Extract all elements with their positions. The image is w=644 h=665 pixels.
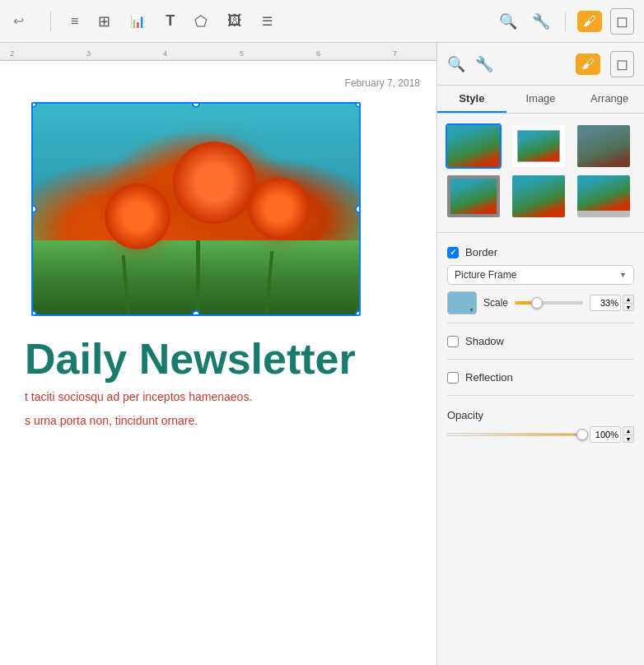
scale-row: Scale ▲ ▼ <box>447 291 634 314</box>
comment-icon[interactable]: ☰ <box>259 11 276 32</box>
panel-wrench-icon[interactable]: 🔧 <box>475 55 493 73</box>
scale-slider-container <box>515 295 583 310</box>
opacity-value-input[interactable] <box>590 426 621 443</box>
page-date: February 7, 2018 <box>25 77 420 89</box>
tab-arrange[interactable]: Arrange <box>575 86 644 113</box>
thumb-img-3 <box>577 125 630 167</box>
text-icon[interactable]: T <box>162 9 178 33</box>
thumb-img-5 <box>512 175 565 217</box>
style-thumb-6[interactable] <box>576 174 632 219</box>
thumb-img-1 <box>447 125 500 167</box>
divider-3 <box>447 359 634 360</box>
scale-slider-thumb[interactable] <box>531 297 543 309</box>
border-checkbox[interactable] <box>447 247 459 258</box>
scale-value-input[interactable] <box>590 295 621 311</box>
wrench-icon[interactable]: 🔧 <box>529 9 553 34</box>
scale-stepper-up[interactable]: ▲ <box>623 295 634 303</box>
opacity-stepper: ▲ ▼ <box>623 426 634 443</box>
opacity-slider-container <box>447 427 583 442</box>
style-thumb-2[interactable] <box>511 123 567 169</box>
panel-tabs: Style Image Arrange <box>437 86 644 114</box>
flower-1 <box>105 184 170 249</box>
border-type-value: Picture Frame <box>455 269 516 281</box>
shadow-checkbox[interactable] <box>447 336 459 347</box>
text-style-icon[interactable]: ≡ <box>68 11 82 32</box>
shadow-label: Shadow <box>465 335 504 347</box>
scale-stepper: ▲ ▼ <box>623 295 634 311</box>
tab-image[interactable]: Image <box>506 86 576 113</box>
page-content: February 7, 2018 <box>0 61 436 665</box>
undo-button[interactable]: ↩ <box>10 10 27 32</box>
panel-header-icons: 🔍 🔧 🖌 ◻ <box>437 43 644 86</box>
handle-bottom-center[interactable] <box>192 310 200 316</box>
ruler-mark-7: 7 <box>393 49 397 58</box>
canvas-area: 2 3 4 5 6 7 February 7, 2018 <box>0 43 436 665</box>
right-panel: 🔍 🔧 🖌 ◻ Style Image Arrange <box>436 43 644 665</box>
media-icon[interactable]: 🖼 <box>224 9 245 33</box>
scale-slider-track <box>515 301 583 305</box>
zoom-icon[interactable]: 🔍 <box>496 9 520 34</box>
divider-1 <box>437 232 644 233</box>
image-container[interactable] <box>31 102 361 316</box>
toolbar-right: 🔍 🔧 🖌 ◻ <box>496 8 634 35</box>
thumb-img-6 <box>577 175 630 217</box>
ruler-mark-5: 5 <box>240 49 244 58</box>
panel-zoom-icon[interactable]: 🔍 <box>447 55 465 73</box>
selected-image[interactable] <box>31 102 361 316</box>
ruler-mark-4: 4 <box>163 49 167 58</box>
flower-background <box>33 104 359 314</box>
scale-value-box: ▲ ▼ <box>590 295 634 311</box>
toolbar-left: ↩ ≡ ⊞ 📊 T ⬠ 🖼 ☰ <box>10 9 489 34</box>
opacity-label: Opacity <box>447 409 634 421</box>
handle-top-right[interactable] <box>355 102 361 108</box>
toolbar-separator-1 <box>50 12 51 31</box>
style-thumb-5[interactable] <box>511 174 567 219</box>
thumb-img-2 <box>512 125 565 167</box>
style-thumb-3[interactable] <box>576 123 632 169</box>
border-section-row: Border <box>447 239 634 262</box>
border-color-swatch[interactable] <box>447 291 477 314</box>
ruler-mark-6: 6 <box>316 49 320 58</box>
chart-icon[interactable]: 📊 <box>127 11 149 32</box>
border-type-dropdown[interactable]: Picture Frame ▼ <box>447 265 634 285</box>
reflection-checkbox[interactable] <box>447 372 459 384</box>
thumb-img-4 <box>447 175 500 217</box>
opacity-stepper-up[interactable]: ▲ <box>623 426 634 435</box>
flower-2 <box>173 142 255 224</box>
shadow-row: Shadow <box>447 330 634 352</box>
newsletter-body-2: s urna porta non, tincidunt ornare. <box>25 412 420 430</box>
shape-icon[interactable]: ⬠ <box>191 9 211 34</box>
divider-2 <box>447 323 634 323</box>
border-type-row: Picture Frame ▼ <box>447 265 634 285</box>
handle-bottom-right[interactable] <box>355 310 361 316</box>
opacity-track <box>447 433 583 436</box>
reflection-label: Reflection <box>465 371 513 384</box>
flower-3 <box>248 178 310 239</box>
style-thumbnails-grid <box>437 114 644 226</box>
newsletter-body-1: t taciti sociosqu ad per inceptos hamena… <box>25 388 420 406</box>
panel-format-icon[interactable]: 🖌 <box>576 53 600 75</box>
opacity-thumb[interactable] <box>576 429 588 440</box>
style-thumb-4[interactable] <box>446 174 502 219</box>
handle-bottom-left[interactable] <box>31 310 37 316</box>
opacity-section: Opacity ▲ ▼ <box>447 402 634 448</box>
opacity-row: ▲ ▼ <box>447 426 634 443</box>
style-thumb-1[interactable] <box>446 123 502 169</box>
document-icon[interactable]: ◻ <box>610 8 634 35</box>
panel-body: Border Picture Frame ▼ Scale <box>437 239 644 665</box>
newsletter-title: Daily Newsletter <box>25 336 420 383</box>
border-label: Border <box>465 246 497 258</box>
page: February 7, 2018 <box>0 61 436 665</box>
toolbar-separator-2 <box>565 12 566 31</box>
reflection-row: Reflection <box>447 366 634 388</box>
divider-4 <box>447 395 634 396</box>
handle-middle-right[interactable] <box>355 205 361 213</box>
table-icon[interactable]: ⊞ <box>95 9 114 34</box>
scale-stepper-down[interactable]: ▼ <box>623 303 634 311</box>
ruler-mark-3: 3 <box>86 49 91 58</box>
panel-document-icon[interactable]: ◻ <box>610 51 634 77</box>
opacity-stepper-down[interactable]: ▼ <box>623 435 634 443</box>
tab-style[interactable]: Style <box>437 86 506 113</box>
format-paintbrush-icon[interactable]: 🖌 <box>577 11 602 32</box>
opacity-value-box: ▲ ▼ <box>590 426 634 443</box>
